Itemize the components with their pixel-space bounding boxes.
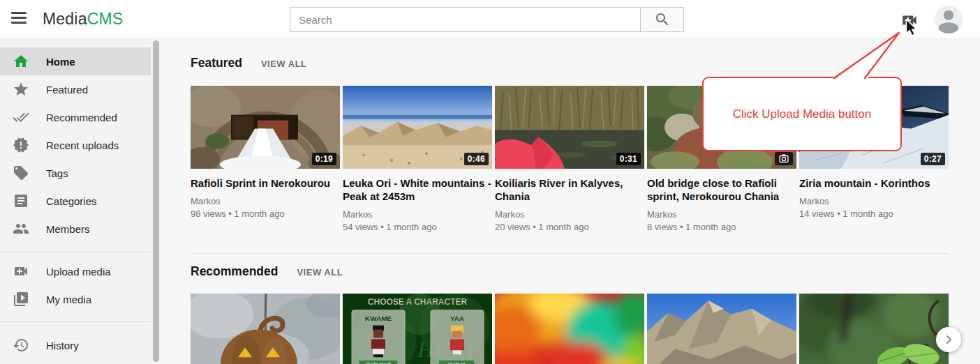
callout-text: Click Upload Media button	[733, 107, 871, 121]
sidebar-item-label: Tags	[46, 167, 68, 179]
svg-text:Selected: Selected	[366, 361, 391, 364]
carousel-next-button[interactable]	[936, 327, 961, 352]
logo-media: Media	[43, 10, 87, 28]
history-icon	[13, 337, 29, 354]
search-input[interactable]	[290, 7, 641, 32]
user-avatar[interactable]	[935, 6, 963, 33]
sidebar: Home Featured Recommended Recent uploads…	[0, 39, 161, 364]
recommended-section-header: Recommended VIEW ALL	[161, 254, 980, 279]
video-card[interactable]	[799, 294, 949, 364]
sidebar-item-upload-media[interactable]: Upload media	[0, 257, 151, 285]
sidebar-secondary-list: Upload media My media	[0, 257, 161, 313]
sidebar-item-label: Categories	[46, 195, 97, 207]
svg-text:KWAME: KWAME	[365, 314, 392, 322]
sidebar-item-my-media[interactable]: My media	[0, 285, 151, 313]
svg-text:Select: Select	[448, 361, 466, 364]
svg-text:YAA: YAA	[450, 314, 464, 322]
video-title[interactable]: Old bridge close to Rafioli sprint, Nero…	[647, 176, 796, 203]
video-thumbnail[interactable]	[495, 294, 644, 364]
video-author[interactable]: Markos	[191, 196, 340, 207]
video-title[interactable]: Ziria mountain - Korinthos	[799, 176, 949, 190]
sidebar-primary-list: Home Featured Recommended Recent uploads…	[0, 39, 161, 243]
sidebar-item-recommended[interactable]: Recommended	[0, 103, 151, 131]
video-card[interactable]: 0:31 Koiliaris River in Kalyves, Chania …	[495, 86, 644, 235]
sidebar-item-label: Recommended	[46, 112, 117, 123]
logo[interactable]: MediaCMS	[43, 10, 123, 29]
sidebar-tertiary-list: History	[0, 331, 161, 359]
sidebar-item-recent-uploads[interactable]: Recent uploads	[0, 131, 151, 159]
video-author[interactable]: Markos	[343, 209, 492, 220]
video-card[interactable]	[495, 294, 644, 364]
video-author[interactable]: Markos	[799, 196, 949, 207]
sidebar-item-tags[interactable]: Tags	[0, 159, 151, 187]
sidebar-item-label: Members	[46, 223, 90, 235]
video-card[interactable]	[191, 294, 340, 364]
duration-badge: 0:31	[616, 153, 641, 165]
video-thumbnail[interactable]	[647, 294, 796, 364]
video-thumbnail[interactable]	[191, 294, 340, 364]
video-title[interactable]: Leuka Ori - White mountains - Peak at 24…	[343, 176, 492, 203]
sidebar-item-categories[interactable]: Categories	[0, 187, 151, 215]
video-upload-icon	[900, 11, 919, 29]
camera-badge	[775, 152, 793, 165]
video-author[interactable]: Markos	[647, 209, 796, 220]
sidebar-item-history[interactable]: History	[0, 331, 151, 359]
video-thumbnail[interactable]: 0:31	[495, 86, 644, 169]
video-card[interactable]: 0:19 Rafioli Sprint in Nerokourou Markos…	[191, 86, 340, 235]
tag-icon	[13, 165, 29, 181]
my-media-icon	[13, 291, 29, 308]
video-title[interactable]: Rafioli Sprint in Nerokourou	[191, 176, 340, 190]
chevron-right-icon	[942, 333, 955, 346]
members-icon	[13, 220, 29, 237]
search-icon	[654, 11, 671, 28]
sidebar-item-label: Home	[46, 56, 75, 68]
video-thumbnail[interactable]	[799, 294, 949, 364]
sidebar-item-label: Recent uploads	[46, 139, 119, 151]
hamburger-menu-icon[interactable]	[11, 12, 28, 27]
video-meta: 54 views • 1 month ago	[343, 222, 492, 233]
top-bar: MediaCMS	[0, 0, 980, 39]
sidebar-item-label: History	[46, 340, 79, 351]
video-meta: 14 views • 1 month ago	[799, 208, 949, 220]
star-icon	[13, 81, 29, 98]
video-thumbnail[interactable]: 0:19	[191, 86, 340, 169]
video-card[interactable]: HUNT CHOOSE A CHARACTER KWAME YAA Select…	[343, 294, 492, 364]
sidebar-scrollbar	[151, 39, 161, 364]
video-title[interactable]: Koiliaris River in Kalyves, Chania	[495, 176, 644, 203]
duration-badge: 0:46	[464, 153, 489, 165]
featured-view-all-link[interactable]: VIEW ALL	[261, 59, 307, 69]
sidebar-item-label: Upload media	[46, 266, 111, 278]
section-title: Recommended	[191, 264, 278, 279]
video-author[interactable]: Markos	[495, 209, 644, 220]
section-title: Featured	[191, 56, 242, 70]
thumbnail-image-rocky-mountain	[647, 294, 796, 364]
thumbnail-image-abstract-colors	[495, 294, 644, 364]
double-check-icon	[13, 109, 29, 126]
search-button[interactable]	[640, 7, 684, 32]
new-releases-icon	[13, 137, 29, 153]
sidebar-divider	[0, 252, 161, 252]
upload-media-icon	[13, 263, 29, 280]
sidebar-item-label: Featured	[46, 84, 88, 96]
sidebar-scrollbar-thumb[interactable]	[153, 40, 159, 362]
sidebar-item-members[interactable]: Members	[0, 215, 151, 243]
thumbnail-image-green-leaves	[799, 294, 949, 364]
recommended-view-all-link[interactable]: VIEW ALL	[297, 267, 343, 278]
home-icon	[13, 53, 29, 70]
duration-badge: 0:27	[921, 153, 945, 165]
svg-text:CHOOSE A CHARACTER: CHOOSE A CHARACTER	[368, 297, 468, 307]
recommended-cards-row: HUNT CHOOSE A CHARACTER KWAME YAA Select…	[161, 294, 980, 364]
featured-section-header: Featured VIEW ALL	[161, 39, 980, 70]
video-meta: 98 views • 1 month ago	[191, 208, 340, 220]
sidebar-item-home[interactable]: Home	[0, 47, 151, 75]
video-thumbnail[interactable]: 0:46	[343, 86, 492, 169]
upload-media-button[interactable]	[900, 11, 919, 29]
mediacms-app: MediaCMS Home Featured Recommended	[0, 0, 980, 364]
sidebar-item-label: My media	[46, 294, 91, 305]
video-card[interactable]	[647, 294, 796, 364]
sidebar-item-featured[interactable]: Featured	[0, 75, 151, 103]
logo-cms: CMS	[87, 10, 124, 28]
video-card[interactable]: 0:46 Leuka Ori - White mountains - Peak …	[343, 86, 492, 235]
person-icon	[935, 6, 963, 33]
video-thumbnail[interactable]: HUNT CHOOSE A CHARACTER KWAME YAA Select…	[343, 294, 492, 364]
